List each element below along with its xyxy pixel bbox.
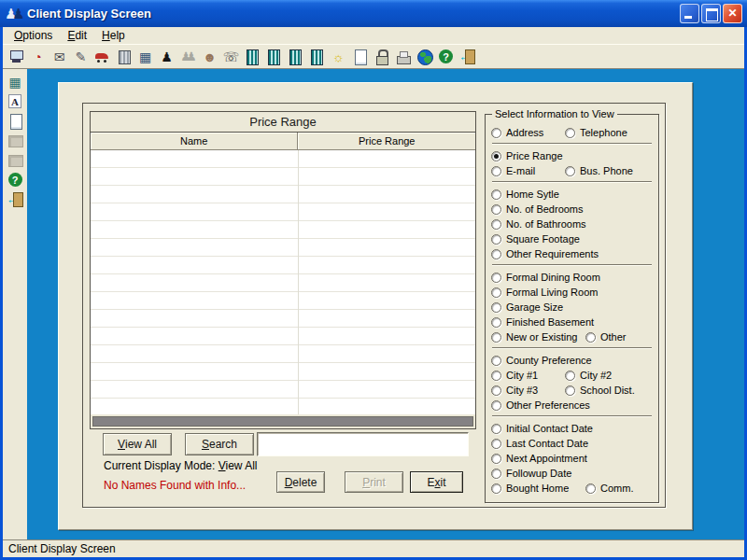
print-button[interactable]: Print bbox=[345, 471, 403, 493]
radio-row: Formal Dining Room bbox=[491, 270, 653, 285]
radio-square-footage[interactable]: Square Footage bbox=[491, 231, 580, 246]
radio-circle bbox=[565, 166, 575, 176]
radio-label: Next Appointment bbox=[506, 453, 587, 464]
radio-city-3[interactable]: City #3 bbox=[491, 383, 538, 398]
radio-formal-dining-room[interactable]: Formal Dining Room bbox=[491, 270, 600, 285]
radio-circle bbox=[491, 219, 501, 230]
radio-home-sytle[interactable]: Home Sytle bbox=[491, 187, 559, 202]
search-input[interactable] bbox=[257, 432, 469, 456]
radio-county-preference[interactable]: County Preference bbox=[491, 353, 592, 368]
sidebar-image-disabled-2-button[interactable] bbox=[5, 150, 25, 170]
radio-initial-contact-date[interactable]: Initial Contact Date bbox=[491, 421, 593, 436]
radio-row: No. of Bathrooms bbox=[491, 217, 653, 231]
person-button[interactable]: ♟ bbox=[158, 47, 176, 66]
radio-no-of-bedrooms[interactable]: No. of Bedrooms bbox=[491, 202, 584, 217]
calendar-button[interactable]: ▦ bbox=[136, 47, 154, 66]
radio-address[interactable]: Address bbox=[491, 125, 543, 140]
car-button[interactable] bbox=[93, 47, 111, 66]
menu-options[interactable]: Options bbox=[7, 28, 60, 43]
printer-button[interactable] bbox=[394, 47, 412, 66]
sidebar-clipboard-button[interactable] bbox=[5, 111, 25, 131]
contact-face-button[interactable]: ☻ bbox=[201, 47, 218, 66]
radio-circle bbox=[491, 166, 501, 176]
radio-followup-date[interactable]: Followup Date bbox=[491, 466, 571, 481]
minimize-button[interactable] bbox=[680, 4, 699, 23]
grid-icon: ▦ bbox=[7, 74, 24, 91]
door-3-button[interactable] bbox=[287, 47, 304, 66]
mail-button[interactable]: ✉ bbox=[50, 47, 68, 66]
clock-button[interactable]: ◔ bbox=[29, 47, 47, 66]
door-1-button[interactable] bbox=[244, 47, 261, 66]
radio-row: Last Contact Date bbox=[491, 436, 653, 451]
lightbulb-button[interactable]: ☼ bbox=[330, 47, 347, 66]
app-window: Client Display Screen OptionsEditHelp ◔✉… bbox=[0, 0, 747, 560]
people-button[interactable]: ♟♟ bbox=[179, 47, 197, 66]
radio-row: Home Sytle bbox=[491, 187, 653, 202]
exit-button[interactable]: ← bbox=[458, 47, 476, 66]
sidebar-grid-button[interactable]: ▦ bbox=[5, 72, 25, 91]
door-1-icon bbox=[244, 49, 261, 65]
sidebar-exit-button[interactable]: ← bbox=[5, 189, 25, 209]
door-4-button[interactable] bbox=[308, 47, 326, 66]
contact-face-icon: ☻ bbox=[201, 49, 218, 65]
edit-note-icon: ✎ bbox=[72, 49, 90, 65]
radio-bought-home[interactable]: Bought Home bbox=[491, 481, 569, 496]
clock-icon: ◔ bbox=[29, 49, 47, 65]
radio-label: City #2 bbox=[580, 370, 612, 381]
section-separator bbox=[492, 347, 652, 349]
radio-city-1[interactable]: City #1 bbox=[491, 368, 538, 383]
delete-button[interactable]: Delete bbox=[276, 471, 325, 493]
radio-other[interactable]: Other bbox=[585, 329, 627, 344]
close-button[interactable] bbox=[723, 4, 742, 23]
radio-circle bbox=[491, 424, 501, 434]
radio-next-appointment[interactable]: Next Appointment bbox=[491, 451, 587, 466]
radio-other-preferences[interactable]: Other Preferences bbox=[491, 398, 590, 413]
search-button[interactable]: Search bbox=[185, 433, 254, 455]
help-button[interactable]: ? bbox=[437, 47, 455, 66]
radio-label: No. of Bedrooms bbox=[506, 203, 584, 215]
view-options-body: AddressTelephonePrice RangeE-mailBus. Ph… bbox=[486, 115, 658, 502]
menu-edit[interactable]: Edit bbox=[60, 28, 94, 43]
radio-comm[interactable]: Comm. bbox=[585, 481, 633, 496]
sidebar-help-button[interactable]: ? bbox=[5, 170, 25, 189]
radio-circle bbox=[491, 128, 501, 138]
phone-button[interactable]: ☏ bbox=[222, 47, 240, 66]
radio-label: School Dist. bbox=[580, 385, 635, 396]
list-body[interactable] bbox=[91, 150, 475, 414]
statusbar-text: Client Display Screen bbox=[8, 542, 116, 555]
radio-telephone[interactable]: Telephone bbox=[565, 125, 627, 140]
radio-circle bbox=[491, 385, 501, 396]
maximize-button[interactable] bbox=[701, 4, 721, 23]
sidebar-font-button[interactable]: A bbox=[5, 91, 25, 111]
exit-button[interactable]: Exit bbox=[410, 471, 463, 493]
menu-help[interactable]: Help bbox=[94, 28, 133, 43]
radio-new-or-existing[interactable]: New or Existing bbox=[491, 329, 577, 344]
trash-button[interactable] bbox=[115, 47, 133, 66]
computer-button[interactable] bbox=[7, 47, 25, 66]
lightbulb-icon: ☼ bbox=[330, 49, 347, 65]
horizontal-scrollbar[interactable] bbox=[92, 416, 473, 427]
radio-finished-basement[interactable]: Finished Basement bbox=[491, 315, 594, 329]
help-icon: ? bbox=[8, 173, 22, 187]
radio-label: No. of Bathrooms bbox=[506, 218, 586, 230]
radio-last-contact-date[interactable]: Last Contact Date bbox=[491, 436, 588, 451]
view-all-button[interactable]: View All bbox=[103, 433, 172, 455]
door-2-button[interactable] bbox=[265, 47, 283, 66]
radio-no-of-bathrooms[interactable]: No. of Bathrooms bbox=[491, 217, 586, 231]
sidebar-image-disabled-1-button[interactable] bbox=[5, 131, 25, 150]
radio-other-requirements[interactable]: Other Requirements bbox=[491, 246, 599, 261]
note-page-button[interactable] bbox=[351, 47, 369, 66]
radio-garage-size[interactable]: Garage Size bbox=[491, 300, 563, 315]
edit-note-button[interactable]: ✎ bbox=[72, 47, 90, 66]
lock-button[interactable] bbox=[373, 47, 390, 66]
radio-label: Comm. bbox=[600, 483, 633, 494]
title-bar[interactable]: Client Display Screen bbox=[0, 0, 747, 27]
radio-bus-phone[interactable]: Bus. Phone bbox=[565, 163, 633, 178]
radio-school-dist[interactable]: School Dist. bbox=[565, 383, 635, 398]
radio-city-2[interactable]: City #2 bbox=[565, 368, 612, 383]
radio-formal-living-room[interactable]: Formal Living Room bbox=[491, 285, 598, 300]
radio-e-mail[interactable]: E-mail bbox=[491, 163, 535, 178]
window-controls bbox=[680, 4, 742, 23]
radio-price-range[interactable]: Price Range bbox=[491, 148, 563, 163]
globe-button[interactable] bbox=[416, 47, 433, 66]
